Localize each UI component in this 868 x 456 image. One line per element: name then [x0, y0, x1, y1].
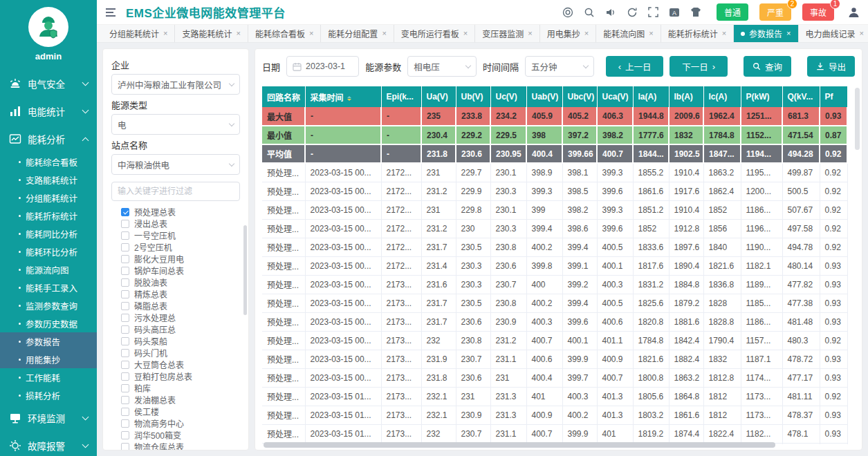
export-button[interactable]: 导出 — [807, 56, 855, 77]
status-badge-normal[interactable]: 普通 — [717, 3, 748, 21]
tree-item-脱胶油表[interactable]: 脱胶油表 — [111, 276, 240, 288]
sidebar-item-电气安全[interactable]: 电气安全 — [0, 70, 97, 97]
enterprise-select[interactable]: 泸州中海粮油工业有限公司 — [111, 74, 240, 95]
column-header-Epi(k...[interactable]: Epi(k... — [381, 86, 421, 107]
contact-icon[interactable] — [562, 7, 573, 18]
column-header-Ia(A)[interactable]: Ia(A) — [633, 86, 669, 107]
table-row[interactable]: 预处理...2023-03-15 01...2173...232230.7231… — [262, 424, 847, 443]
column-header-Q(kV...[interactable]: Q(kV... — [782, 86, 820, 107]
checkbox[interactable] — [121, 231, 129, 240]
table-row[interactable]: 预处理...2023-03-15 00...2173...231.7230.52… — [262, 294, 847, 312]
tree-item-码头泵船[interactable]: 码头泵船 — [111, 335, 240, 347]
checkbox[interactable] — [121, 349, 129, 357]
tree-item-大豆筒仓总表[interactable]: 大豆筒仓总表 — [111, 359, 240, 370]
table-row[interactable]: 预处理...2023-03-15 00...2173...231.7230.62… — [262, 312, 847, 331]
table-row[interactable]: 预处理...2023-03-15 00...2172...231.2229.92… — [262, 182, 847, 200]
checkbox[interactable] — [121, 325, 129, 334]
checkbox[interactable] — [121, 384, 129, 392]
checkbox[interactable] — [121, 314, 129, 322]
close-icon[interactable]: × — [649, 30, 653, 37]
close-icon[interactable]: × — [722, 30, 726, 37]
column-header-Uab(V)[interactable]: Uab(V) — [526, 86, 562, 107]
column-header-P(kW)[interactable]: P(kW) — [741, 86, 782, 107]
tree-item-磷脂总表[interactable]: 磷脂总表 — [111, 300, 240, 312]
tab-支路能耗统计[interactable]: 支路能耗统计× — [175, 25, 248, 42]
tab-变电所运行看板[interactable]: 变电所运行看板× — [394, 25, 475, 42]
sidebar-subitem-分组能耗统计[interactable]: 分组能耗统计 — [0, 189, 97, 207]
column-header-采集时间[interactable]: 采集时间 — [305, 86, 381, 107]
prev-day-button[interactable]: ‹ 上一日 — [606, 56, 664, 77]
column-header-Ub(V)[interactable]: Ub(V) — [456, 86, 490, 107]
table-row[interactable]: 预处理...2023-03-15 00...2172...231229.7230… — [262, 163, 847, 182]
checkbox[interactable] — [121, 419, 129, 428]
column-header-Uca(V)[interactable]: Uca(V) — [597, 86, 633, 107]
column-header-Uc(V)[interactable]: Uc(V) — [490, 86, 526, 107]
tree-scrollbar[interactable] — [243, 225, 247, 315]
param-select[interactable]: 相电压 — [407, 56, 477, 77]
column-header-Pf[interactable]: Pf — [820, 86, 847, 107]
close-icon[interactable]: × — [584, 30, 589, 37]
tree-item-2号空压机[interactable]: 2号空压机 — [111, 241, 240, 253]
tree-item-物流商务中心[interactable]: 物流商务中心 — [111, 417, 240, 429]
avatar[interactable] — [28, 7, 68, 47]
tree-item-粕库[interactable]: 粕库 — [111, 382, 240, 394]
sidebar-subitem-能耗手工录入[interactable]: 能耗手工录入 — [0, 278, 97, 296]
checkbox[interactable] — [121, 372, 129, 381]
column-header-Ubc(V)[interactable]: Ubc(V) — [562, 86, 597, 107]
checkbox[interactable] — [121, 243, 129, 251]
tree-item-锅炉车间总表[interactable]: 锅炉车间总表 — [111, 265, 240, 276]
checkbox[interactable] — [121, 278, 129, 287]
table-row[interactable]: 预处理...2023-03-15 00...2173...231.6230.32… — [262, 275, 847, 294]
tree-filter-input[interactable] — [111, 182, 240, 201]
table-row[interactable]: 预处理...2023-03-15 00...2172...231.2230230… — [262, 219, 847, 238]
close-icon[interactable]: × — [236, 30, 240, 37]
scrollbar-thumb[interactable] — [264, 442, 775, 448]
tab-能耗折标统计[interactable]: 能耗折标统计× — [661, 25, 734, 42]
volume-icon[interactable] — [605, 7, 616, 18]
sidebar-subitem-能源流向图[interactable]: 能源流向图 — [0, 260, 97, 278]
table-row[interactable]: 预处理...2023-03-15 00...2173...232230.8231… — [262, 331, 847, 350]
interval-select[interactable]: 五分钟 — [525, 56, 594, 77]
query-button[interactable]: 查询 — [744, 56, 791, 77]
status-badge-severe[interactable]: 严重2 — [759, 3, 791, 21]
tree-item-码头高压总[interactable]: 码头高压总 — [111, 323, 240, 335]
sidebar-subitem-工作能耗[interactable]: 工作能耗 — [0, 368, 97, 386]
checkbox[interactable] — [121, 290, 129, 298]
sidebar-subitem-能耗综合看板[interactable]: 能耗综合看板 — [0, 153, 97, 171]
checkbox[interactable] — [121, 208, 129, 216]
sidebar-subitem-支路能耗统计[interactable]: 支路能耗统计 — [0, 171, 97, 189]
checkbox[interactable] — [121, 431, 129, 439]
checkbox[interactable] — [121, 361, 129, 369]
tab-分组能耗统计[interactable]: 分组能耗统计× — [102, 25, 175, 42]
sort-icon[interactable] — [347, 96, 351, 101]
tree-item-码头门机[interactable]: 码头门机 — [111, 347, 240, 359]
checkbox[interactable] — [121, 396, 129, 404]
tab-能耗综合看板[interactable]: 能耗综合看板× — [248, 25, 321, 42]
tab-用电集抄[interactable]: 用电集抄× — [540, 25, 596, 42]
table-row[interactable]: 预处理...2023-03-15 00...2172...231229.8230… — [262, 200, 847, 219]
sidebar-item-故障报警[interactable]: 故障报警 — [0, 432, 97, 456]
sidebar-item-环境监测[interactable]: 环境监测 — [0, 404, 97, 432]
hamburger-menu-icon[interactable] — [105, 8, 116, 17]
date-input[interactable]: 2023-03-1 — [286, 56, 359, 77]
tab-电力曲线记录[interactable]: 电力曲线记录× — [799, 25, 868, 42]
tree-item-发油棚总表[interactable]: 发油棚总表 — [111, 394, 240, 406]
sort-asc-icon[interactable] — [347, 96, 351, 98]
sidebar-subitem-参数报告[interactable]: 参数报告 — [0, 332, 97, 350]
checkbox[interactable] — [121, 220, 129, 228]
sidebar-subitem-能耗同比分析[interactable]: 能耗同比分析 — [0, 225, 97, 243]
tree-item-豆粕打包房总表[interactable]: 豆粕打包房总表 — [111, 370, 240, 382]
tab-变压器监测[interactable]: 变压器监测× — [475, 25, 539, 42]
checkbox[interactable] — [121, 255, 129, 263]
next-day-button[interactable]: 下一日 › — [670, 56, 728, 77]
sidebar-subitem-能耗折标统计[interactable]: 能耗折标统计 — [0, 207, 97, 225]
close-icon[interactable]: × — [463, 30, 468, 37]
tree-item-膨化大豆用电[interactable]: 膨化大豆用电 — [111, 253, 240, 265]
checkbox[interactable] — [121, 443, 129, 451]
tree-item-润华500箱变[interactable]: 润华500箱变 — [111, 429, 240, 441]
tree-item-浸出总表[interactable]: 浸出总表 — [111, 218, 240, 229]
column-header-Ic(A)[interactable]: Ic(A) — [703, 86, 741, 107]
column-header-Ib(A)[interactable]: Ib(A) — [669, 86, 703, 107]
table-row[interactable]: 预处理...2023-03-15 01...2173...232.1231231… — [262, 387, 847, 406]
status-badge-accident[interactable]: 事故1 — [802, 3, 834, 21]
